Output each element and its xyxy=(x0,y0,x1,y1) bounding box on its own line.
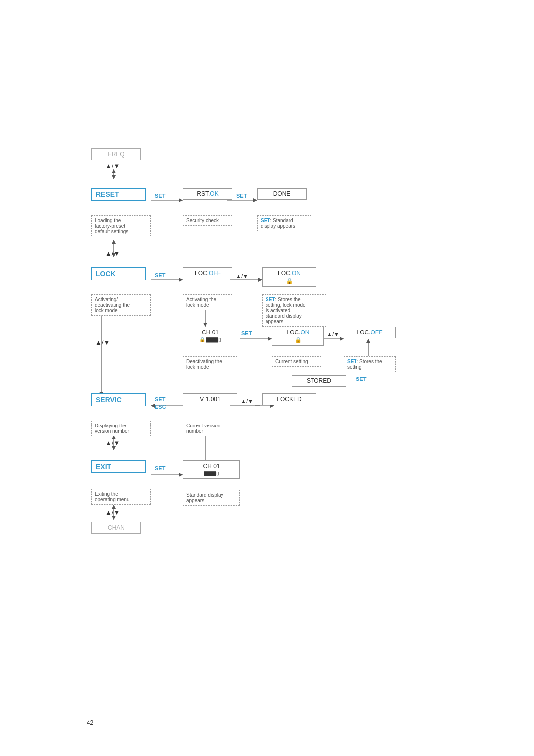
chan-box: CHAN xyxy=(91,522,141,534)
svg-marker-4 xyxy=(179,198,183,202)
ch01-1-desc-box: Deactivating thelock mode xyxy=(183,356,237,372)
set-label-5: SET xyxy=(155,465,165,471)
svg-marker-2 xyxy=(112,169,116,173)
svg-marker-28 xyxy=(151,404,155,408)
done-label: DONE xyxy=(273,190,291,197)
loc-on1-box: LOC.ON 🔒 xyxy=(262,267,316,287)
chan-label: CHAN xyxy=(108,524,125,531)
done-desc-box: SET: Standarddisplay appears xyxy=(257,215,312,231)
svg-marker-40 xyxy=(112,516,116,520)
exit-box: EXIT xyxy=(91,460,146,473)
set-esc-label: SETESC xyxy=(155,396,166,411)
loc-on1-desc-box: SET: Stores thesetting, lock modeis acti… xyxy=(262,294,326,327)
mid-updown: ▲/▼ xyxy=(95,339,110,346)
exit-chan-updown: ▲/▼ xyxy=(105,509,120,516)
updown-symbol: ▲/▼ xyxy=(105,162,120,170)
locoff-updown: ▲/▼ xyxy=(236,273,248,279)
svg-marker-1 xyxy=(112,175,116,179)
ch01-2-desc-box: Standard displayappears xyxy=(183,490,240,506)
servic-exit-updown: ▲/▼ xyxy=(105,439,120,447)
svg-marker-17 xyxy=(268,337,272,341)
svg-marker-38 xyxy=(179,473,183,477)
svg-marker-36 xyxy=(112,446,116,450)
freq-updown-arrow: ▲/▼ xyxy=(105,162,120,170)
v1001-updown: ▲/▼ xyxy=(241,398,253,404)
reset-box: RESET xyxy=(91,188,146,201)
loc-off2-box: LOC.OFF xyxy=(344,327,396,338)
reset-updown: ▲/▼ xyxy=(105,250,120,257)
rst-ok-box: RST.OK xyxy=(183,188,232,200)
svg-marker-13 xyxy=(258,278,262,282)
stored-box: STORED xyxy=(292,375,346,387)
reset-desc-box: Loading thefactory-presetdefault setting… xyxy=(91,215,151,236)
svg-marker-6 xyxy=(253,198,257,202)
done-box: DONE xyxy=(257,188,307,200)
stored-label: STORED xyxy=(307,378,331,384)
lock-box: LOCK xyxy=(91,267,146,280)
lock-label: LOCK xyxy=(96,270,116,278)
loc-off1-box: LOC.OFF xyxy=(183,267,232,279)
rst-ok-label: OK xyxy=(210,190,218,197)
loc-on2-desc-box: Current setting xyxy=(272,356,321,367)
ch01-1-box: CH 01 🔒 ▇▇▇▯ xyxy=(183,327,237,345)
locked-box: LOCKED xyxy=(262,393,316,405)
lock-desc-box: Activating/deactivating thelock mode xyxy=(91,294,151,316)
page-number: 42 xyxy=(87,719,93,726)
svg-marker-11 xyxy=(179,278,183,282)
set-label-2: SET xyxy=(236,193,247,199)
ch01-2-box: CH 01 ▇▇▇▯ xyxy=(183,460,240,479)
v1001-desc-box: Current versionnumber xyxy=(183,421,237,436)
set-label-3: SET xyxy=(155,272,165,278)
locked-label: LOCKED xyxy=(277,396,301,403)
freq-label: FREQ xyxy=(108,151,124,158)
servic-box: SERVIC xyxy=(91,393,146,406)
set-label-1: SET xyxy=(155,193,165,199)
reset-label: RESET xyxy=(96,190,119,198)
set-label-4: SET xyxy=(241,331,252,336)
set-label-stored: SET xyxy=(356,376,366,382)
loc-off2-desc-box: SET: Stores thesetting xyxy=(344,356,396,372)
exit-label: EXIT xyxy=(96,463,111,471)
servic-label: SERVIC xyxy=(96,396,122,404)
locon2-updown: ▲/▼ xyxy=(327,331,339,337)
svg-marker-41 xyxy=(112,505,116,509)
servic-desc-box: Displaying theversion number xyxy=(91,421,151,436)
loc-on2-box: LOC.ON 🔒 xyxy=(272,327,324,346)
svg-marker-21 xyxy=(366,339,370,343)
rst-ok-desc-box: Security check xyxy=(183,215,232,226)
svg-marker-19 xyxy=(340,337,344,341)
svg-marker-15 xyxy=(203,323,207,327)
page-container: FREQ ▲/▼ RESET SET RST.OK SET DONE Loadi… xyxy=(0,0,534,756)
v1001-box: V 1.001 xyxy=(183,393,237,405)
loc-off1-desc-box: Activating thelock mode xyxy=(183,294,232,310)
svg-marker-9 xyxy=(112,240,116,244)
v1001-label: V 1.001 xyxy=(200,396,220,403)
exit-desc-box: Exiting theoperating menu xyxy=(91,489,151,505)
freq-box: FREQ xyxy=(91,148,141,160)
